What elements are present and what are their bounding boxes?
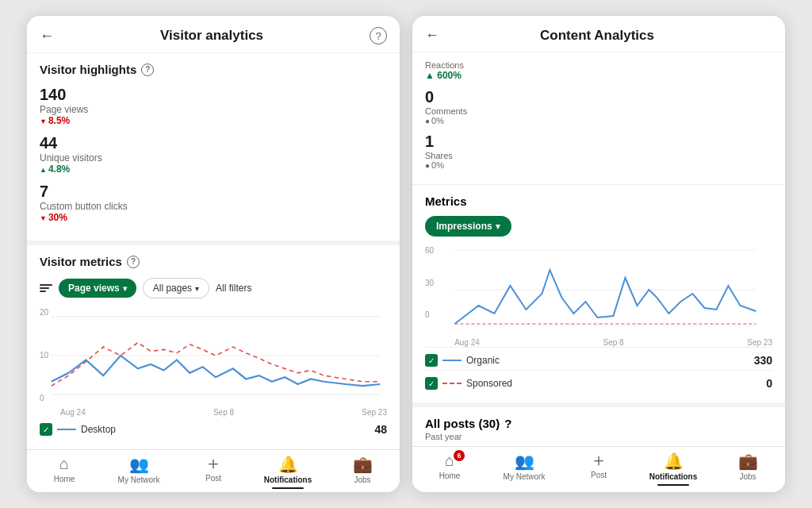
sponsored-check[interactable]: ✓ [425, 377, 438, 390]
unique-visitors-label: Unique visitors [40, 152, 387, 164]
left-phone-screen: ← Visitor analytics ? Visitor highlights… [27, 16, 400, 492]
left-legend-desktop-label: Desktop [81, 424, 116, 435]
unique-visitors-value: 44 [40, 134, 387, 152]
reactions-row: Reactions ▲ 600% [425, 60, 772, 81]
left-header: ← Visitor analytics ? [27, 16, 400, 53]
shares-change: ● 0% [425, 160, 772, 170]
right-nav-jobs[interactable]: 💼 Jobs [710, 452, 785, 486]
custom-clicks-label: Custom button clicks [40, 201, 387, 212]
reactions-section: Reactions ▲ 600% 0 Comments ● 0% 1 Share… [412, 52, 785, 185]
right-nav-mynetwork[interactable]: 👥 My Network [487, 452, 561, 486]
visitor-metrics-help-icon[interactable]: ? [127, 256, 140, 268]
left-nav-notifications[interactable]: 🔔 Notifications [251, 455, 325, 489]
right-back-button[interactable]: ← [425, 27, 439, 44]
unique-visitors-metric: 44 Unique visitors 4.8% [40, 134, 387, 175]
right-chart-x-labels: Aug 24 Sep 8 Sep 23 [439, 337, 772, 347]
shares-row: 1 Shares ● 0% [425, 132, 772, 170]
left-bottom-nav: ⌂ Home 👥 My Network ＋ Post 🔔 Notificatio… [27, 449, 400, 492]
page-views-value: 140 [40, 86, 387, 104]
visitor-metrics-chart: 20 10 0 [40, 308, 387, 417]
custom-clicks-change: 30% [40, 212, 387, 223]
organic-label: Organic [466, 355, 500, 366]
left-nav-jobs-label: Jobs [354, 475, 370, 484]
left-nav-home-label: Home [54, 475, 75, 483]
left-chart-svg [44, 308, 387, 403]
left-help-icon[interactable]: ? [370, 27, 387, 44]
right-chart-y-labels: 60 30 0 [425, 246, 434, 333]
right-chart-container: 60 30 0 Aug 24 [425, 246, 772, 347]
organic-line-solid [442, 360, 462, 361]
notifications-icon: 🔔 [278, 455, 298, 474]
reactions-label: Reactions [425, 60, 772, 70]
page-views-dropdown[interactable]: Page views [59, 279, 136, 298]
sponsored-value: 0 [766, 377, 772, 390]
left-nav-post[interactable]: ＋ Post [176, 455, 251, 489]
reactions-change: ▲ 600% [425, 70, 772, 81]
organic-legend-row: ✓ Organic 330 [425, 347, 772, 370]
custom-clicks-metric: 7 Custom button clicks 30% [40, 183, 387, 223]
home-icon: ⌂ [59, 455, 69, 473]
metrics-panel-title: Metrics [425, 194, 772, 208]
shares-value: 1 [425, 132, 772, 151]
right-nav-home[interactable]: ⌂ 6 Home [412, 452, 487, 486]
sponsored-legend-row: ✓ Sponsored 0 [425, 370, 772, 393]
right-my-network-icon: 👥 [515, 452, 534, 471]
custom-clicks-value: 7 [40, 183, 387, 201]
all-posts-help-icon[interactable]: ? [504, 417, 511, 430]
my-network-icon: 👥 [129, 455, 149, 474]
left-back-button[interactable]: ← [40, 28, 54, 44]
chart-y-labels: 20 10 0 [40, 308, 48, 417]
right-nav-post[interactable]: ＋ Post [561, 452, 636, 486]
left-nav-mynetwork-label: My Network [118, 475, 160, 484]
all-posts-subtitle: Past year [425, 432, 772, 441]
all-pages-dropdown[interactable]: All pages ▾ [143, 278, 209, 298]
left-page-title: Visitor analytics [160, 28, 263, 44]
page-views-metric: 140 Page views 8.5% [40, 86, 387, 126]
right-nav-notifications-label: Notifications [649, 472, 698, 481]
left-nav-post-label: Post [205, 474, 221, 483]
right-nav-home-label: Home [439, 471, 461, 480]
left-legend-check[interactable]: ✓ [40, 423, 52, 436]
right-nav-notifications[interactable]: 🔔 Notifications [636, 452, 710, 486]
right-page-title: Content Analytics [439, 28, 755, 44]
left-chart-x-labels: Aug 24 Sep 8 Sep 23 [44, 406, 387, 417]
right-post-icon: ＋ [590, 452, 607, 469]
right-bottom-nav: ⌂ 6 Home 👥 My Network ＋ Post 🔔 Notificat… [412, 446, 785, 489]
left-nav-mynetwork[interactable]: 👥 My Network [102, 455, 176, 489]
right-active-underline [657, 484, 689, 486]
left-nav-jobs[interactable]: 💼 Jobs [325, 455, 400, 489]
right-nav-mynetwork-label: My Network [504, 472, 546, 481]
organic-value: 330 [754, 354, 772, 367]
sponsored-label: Sponsored [466, 378, 512, 389]
post-icon: ＋ [205, 455, 222, 472]
highlights-help-icon[interactable]: ? [141, 64, 154, 76]
metrics-panel: Metrics Impressions ▾ 60 30 0 [412, 185, 785, 407]
left-nav-notifications-label: Notifications [264, 475, 312, 484]
page-views-label: Page views [40, 104, 387, 115]
visitor-metrics-section: Visitor metrics ? Page views All pages ▾ [27, 245, 400, 445]
all-posts-section: All posts (30) ? Past year [412, 407, 785, 446]
left-legend: ✓ Desktop 48 [40, 423, 387, 436]
left-content: Visitor highlights ? 140 Page views 8.5%… [27, 53, 400, 449]
all-filters-button[interactable]: All filters [216, 283, 251, 294]
right-header: ← Content Analytics [412, 16, 785, 52]
right-notifications-icon: 🔔 [664, 452, 684, 471]
left-nav-home[interactable]: ⌂ Home [27, 455, 102, 489]
impressions-dropdown-button[interactable]: Impressions ▾ [425, 216, 511, 237]
organic-check[interactable]: ✓ [425, 354, 438, 367]
unique-visitors-change: 4.8% [40, 164, 387, 175]
active-underline [272, 487, 304, 489]
visitor-metrics-title: Visitor metrics ? [40, 255, 387, 268]
right-phone-screen: ← Content Analytics Reactions ▲ 600% 0 C… [412, 16, 785, 492]
jobs-icon: 💼 [353, 455, 373, 474]
page-views-change: 8.5% [40, 115, 387, 126]
sponsored-legend-item: ✓ Sponsored [425, 377, 512, 390]
right-nav-jobs-label: Jobs [739, 472, 756, 481]
home-badge: 6 [454, 450, 465, 461]
filter-sliders-icon[interactable] [40, 284, 52, 292]
left-legend-line-solid [57, 429, 76, 430]
sponsored-line-dashed [442, 383, 462, 384]
highlights-title: Visitor highlights ? [40, 63, 387, 76]
comments-value: 0 [425, 87, 772, 106]
right-jobs-icon: 💼 [738, 452, 758, 471]
